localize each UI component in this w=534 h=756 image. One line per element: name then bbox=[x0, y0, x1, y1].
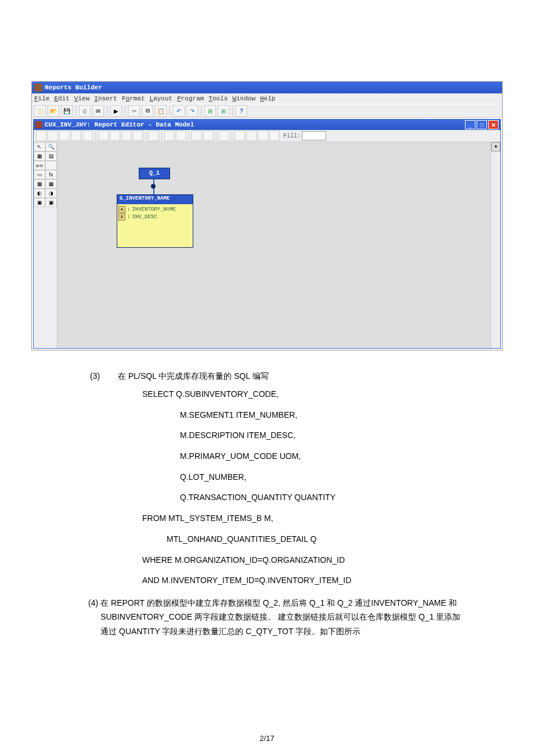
app-title: Reports Builder bbox=[45, 84, 102, 91]
sql-line: AND M.INVENTORY_ITEM_ID=Q.INVENTORY_ITEM… bbox=[142, 570, 464, 591]
pointer-tool[interactable]: ↖ bbox=[34, 142, 45, 151]
redo-button[interactable]: ↷ bbox=[186, 105, 198, 117]
menu-insert[interactable]: Insert bbox=[94, 95, 117, 102]
p9[interactable]: ▦ bbox=[34, 179, 45, 189]
item4-text: 在 REPORT 的数据模型中建立库存数据模型 Q_2, 然后将 Q_1 和 Q… bbox=[100, 596, 464, 639]
vertical-scrollbar[interactable]: ▴ bbox=[490, 142, 500, 348]
field-arrow-icon: ↕ bbox=[127, 207, 130, 212]
close-button[interactable]: ✕ bbox=[488, 120, 499, 129]
menu-program[interactable]: Program bbox=[177, 95, 204, 102]
sql-line: FROM MTL_SYSTEM_ITEMS_B M, bbox=[142, 508, 464, 529]
undo-button[interactable]: ↶ bbox=[173, 105, 185, 117]
p11[interactable]: ◐ bbox=[34, 189, 45, 198]
item3-number: (3) bbox=[90, 368, 118, 384]
nav-first[interactable] bbox=[234, 131, 245, 141]
menu-window[interactable]: Window bbox=[232, 95, 255, 102]
nav-last[interactable] bbox=[269, 131, 280, 141]
fill-input[interactable] bbox=[302, 131, 326, 140]
item3-text: 在 PL/SQL 中完成库存现有量的 SQL 编写 bbox=[118, 368, 269, 384]
tool-d[interactable] bbox=[133, 131, 143, 141]
tool-c[interactable] bbox=[121, 131, 132, 141]
nav-prev[interactable] bbox=[246, 131, 257, 141]
fill-label: Fill: bbox=[283, 133, 301, 139]
print-button[interactable]: ⎙ bbox=[79, 105, 91, 117]
screenshot: Reports Builder File Edit View Insert Fo… bbox=[31, 81, 503, 350]
view5-button[interactable] bbox=[82, 131, 93, 141]
scroll-up-button[interactable]: ▴ bbox=[491, 142, 500, 151]
mail-button[interactable]: ✉ bbox=[92, 105, 104, 117]
field-icon: A bbox=[118, 206, 125, 213]
app-titlebar: Reports Builder bbox=[32, 82, 502, 93]
menu-format[interactable]: Format bbox=[122, 95, 145, 102]
field-row[interactable]: A ↕ INV_DESC bbox=[118, 213, 192, 220]
magnify-tool[interactable]: 🔍 bbox=[45, 142, 57, 151]
p8[interactable]: fx bbox=[45, 170, 57, 179]
minimize-button[interactable]: _ bbox=[465, 120, 475, 129]
p4[interactable]: ▤ bbox=[45, 151, 57, 161]
editor-window: CUX_INV_JHY: Report Editor - Data Model … bbox=[33, 119, 501, 349]
editor-icon bbox=[35, 121, 42, 128]
menu-edit[interactable]: Edit bbox=[54, 95, 69, 102]
menubar: File Edit View Insert Format Layout Prog… bbox=[32, 93, 502, 104]
copy-button[interactable]: ⧉ bbox=[142, 105, 153, 117]
tool-h[interactable] bbox=[192, 131, 202, 141]
nav-next[interactable] bbox=[258, 131, 268, 141]
item4-number: (4) bbox=[88, 596, 98, 639]
run-button[interactable]: ▶ bbox=[110, 105, 122, 117]
view1-button[interactable] bbox=[36, 131, 46, 141]
sql-line: WHERE M.ORGANIZATION_ID=Q.ORGANIZATION_I… bbox=[142, 550, 464, 571]
p3[interactable]: ▦ bbox=[34, 151, 45, 161]
page-footer: 2/17 bbox=[0, 734, 534, 756]
new-button[interactable]: ▢ bbox=[34, 105, 46, 117]
cut-button[interactable]: ✂ bbox=[128, 105, 140, 117]
main-toolbar: ▢ 📂 💾 ⎙ ✉ ▶ ✂ ⧉ 📋 ↶ ↷ ⊞ ⊞ ? bbox=[32, 104, 502, 118]
tool-e[interactable] bbox=[149, 131, 159, 141]
field-name: INV_DESC bbox=[132, 214, 157, 220]
maximize-button[interactable]: □ bbox=[477, 120, 487, 129]
p5[interactable]: a=b bbox=[34, 161, 45, 170]
sql-line: SELECT Q.SUBINVENTORY_CODE, bbox=[142, 384, 464, 405]
sql-block: SELECT Q.SUBINVENTORY_CODE, M.SEGMENT1 I… bbox=[142, 384, 464, 591]
tool2-button[interactable]: ⊞ bbox=[218, 105, 229, 117]
query-node[interactable]: Q_1 bbox=[139, 168, 170, 179]
tool-a[interactable] bbox=[98, 131, 109, 141]
help-button[interactable]: ? bbox=[236, 105, 247, 117]
canvas-area: ↖🔍 ▦▤ a=b ▭fx ▦▦ ◐◑ ▣▣ Q_1 G_INVENTORY_N… bbox=[34, 142, 500, 348]
menu-view[interactable]: View bbox=[74, 95, 89, 102]
view4-button[interactable] bbox=[71, 131, 81, 141]
data-model-canvas[interactable]: Q_1 G_INVENTORY_NAME A ↕ INVENTORY_NAME bbox=[57, 142, 490, 348]
p14[interactable]: ▣ bbox=[45, 198, 57, 207]
menu-file[interactable]: File bbox=[34, 95, 49, 102]
p10[interactable]: ▦ bbox=[45, 179, 57, 189]
sql-line: MTL_ONHAND_QUANTITIES_DETAIL Q bbox=[167, 529, 464, 550]
save-button[interactable]: 💾 bbox=[61, 105, 73, 117]
tool-g[interactable] bbox=[176, 131, 186, 141]
menu-tools[interactable]: Tools bbox=[208, 95, 228, 102]
p12[interactable]: ◑ bbox=[45, 189, 57, 198]
tool1-button[interactable]: ⊞ bbox=[204, 105, 216, 117]
sql-line: M.PRIMARY_UOM_CODE UOM, bbox=[180, 446, 464, 467]
paste-button[interactable]: 📋 bbox=[155, 105, 167, 117]
tool-f[interactable] bbox=[164, 131, 175, 141]
menu-layout[interactable]: Layout bbox=[150, 95, 173, 102]
tool-i[interactable] bbox=[203, 131, 214, 141]
field-name: INVENTORY_NAME bbox=[132, 207, 176, 212]
p7[interactable]: ▭ bbox=[34, 170, 45, 179]
tool-j[interactable] bbox=[219, 131, 229, 141]
p6[interactable] bbox=[45, 161, 57, 170]
editor-toolbar: Fill: bbox=[34, 130, 500, 142]
open-button[interactable]: 📂 bbox=[48, 105, 59, 117]
view3-button[interactable] bbox=[59, 131, 70, 141]
field-icon: A bbox=[118, 214, 125, 220]
p13[interactable]: ▣ bbox=[34, 198, 45, 207]
field-row[interactable]: A ↕ INVENTORY_NAME bbox=[118, 205, 192, 213]
sql-line: Q.TRANSACTION_QUANTITY QUANTITY bbox=[180, 487, 464, 508]
tool-palette: ↖🔍 ▦▤ a=b ▭fx ▦▦ ◐◑ ▣▣ bbox=[34, 142, 57, 348]
menu-help[interactable]: Help bbox=[260, 95, 275, 102]
group-box[interactable]: G_INVENTORY_NAME A ↕ INVENTORY_NAME A ↕ … bbox=[117, 194, 193, 248]
editor-title: CUX_INV_JHY: Report Editor - Data Model bbox=[45, 121, 194, 128]
group-header: G_INVENTORY_NAME bbox=[117, 195, 193, 204]
sql-line: Q.LOT_NUMBER, bbox=[180, 467, 464, 488]
tool-b[interactable] bbox=[110, 131, 120, 141]
view2-button[interactable] bbox=[48, 131, 58, 141]
